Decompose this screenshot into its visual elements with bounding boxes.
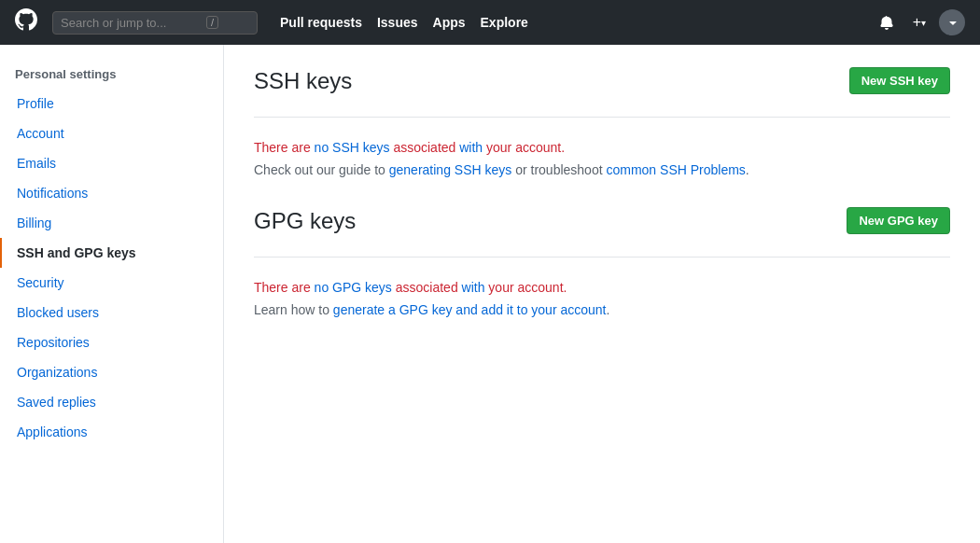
gpg-section-header: GPG keys New GPG key xyxy=(254,207,950,234)
github-logo[interactable] xyxy=(15,8,37,36)
ssh-no-keys-notice: There are no SSH keys associated with yo… xyxy=(254,140,950,155)
ssh-notice-with-link[interactable]: with xyxy=(459,140,483,155)
ssh-notice-no-link[interactable]: no SSH keys xyxy=(315,140,390,155)
main-content: SSH keys New SSH key There are no SSH ke… xyxy=(224,45,980,543)
new-ssh-key-button[interactable]: New SSH key xyxy=(849,67,950,94)
gpg-section-title: GPG keys xyxy=(254,208,356,234)
new-gpg-key-button[interactable]: New GPG key xyxy=(847,207,950,234)
topnav-explore[interactable]: Explore xyxy=(481,15,528,30)
slash-key: / xyxy=(206,16,218,29)
sidebar-item-repositories[interactable]: Repositories xyxy=(0,327,223,357)
gpg-learn-link[interactable]: generate a GPG key and add it to your ac… xyxy=(333,302,607,317)
gpg-learn-prefix: Learn how to xyxy=(254,302,333,317)
sidebar-item-applications[interactable]: Applications xyxy=(0,417,223,447)
topnav-issues[interactable]: Issues xyxy=(377,15,418,30)
search-input[interactable] xyxy=(61,16,201,30)
ssh-section-title: SSH keys xyxy=(254,68,352,94)
gpg-section-divider xyxy=(254,257,950,258)
gpg-keys-section: GPG keys New GPG key There are no GPG ke… xyxy=(254,207,950,317)
gpg-notice-with-link[interactable]: with xyxy=(462,280,485,295)
ssh-guide-suffix: . xyxy=(746,162,749,177)
sidebar-item-security[interactable]: Security xyxy=(0,268,223,298)
ssh-guide-link[interactable]: generating SSH keys xyxy=(389,162,512,177)
sidebar-item-account[interactable]: Account xyxy=(0,118,223,148)
sidebar-item-organizations[interactable]: Organizations xyxy=(0,357,223,387)
user-avatar[interactable] xyxy=(939,9,965,35)
topnav-pull-requests[interactable]: Pull requests xyxy=(280,15,362,30)
sidebar-heading: Personal settings xyxy=(0,60,223,89)
create-new-button[interactable]: + ▾ xyxy=(907,10,931,35)
sidebar-item-billing[interactable]: Billing xyxy=(0,208,223,238)
dropdown-arrow: ▾ xyxy=(921,18,926,28)
search-box[interactable]: / xyxy=(52,11,258,35)
ssh-section-divider xyxy=(254,117,950,118)
plus-icon: + xyxy=(913,14,921,31)
sidebar-item-ssh-gpg-keys[interactable]: SSH and GPG keys xyxy=(0,238,223,268)
gpg-notice-no-link[interactable]: no GPG keys xyxy=(315,280,392,295)
gpg-no-keys-notice: There are no GPG keys associated with yo… xyxy=(254,280,950,295)
gpg-notice-prefix: There are xyxy=(254,280,315,295)
sidebar-item-profile[interactable]: Profile xyxy=(0,89,223,118)
sidebar-item-emails[interactable]: Emails xyxy=(0,148,223,178)
topnav-apps[interactable]: Apps xyxy=(433,15,466,30)
ssh-notice-suffix: associated xyxy=(390,140,460,155)
ssh-guide-text: Check out our guide to generating SSH ke… xyxy=(254,162,950,177)
ssh-guide-middle: or troubleshoot xyxy=(511,162,606,177)
topnav-right: + ▾ xyxy=(874,9,965,35)
sidebar-item-notifications[interactable]: Notifications xyxy=(0,178,223,208)
topnav: / Pull requests Issues Apps Explore + ▾ xyxy=(0,0,980,45)
gpg-learn-suffix: . xyxy=(606,302,609,317)
sidebar-item-blocked-users[interactable]: Blocked users xyxy=(0,298,223,327)
page-layout: Personal settings Profile Account Emails… xyxy=(0,45,980,543)
ssh-guide-prefix: Check out our guide to xyxy=(254,162,389,177)
ssh-notice-end: your account. xyxy=(483,140,565,155)
gpg-notice-end: your account. xyxy=(484,280,567,295)
sidebar-item-saved-replies[interactable]: Saved replies xyxy=(0,387,223,417)
ssh-keys-section: SSH keys New SSH key There are no SSH ke… xyxy=(254,67,950,177)
notifications-bell[interactable] xyxy=(874,11,900,34)
ssh-notice-prefix: There are xyxy=(254,140,315,155)
sidebar: Personal settings Profile Account Emails… xyxy=(0,45,224,543)
ssh-problems-link[interactable]: common SSH Problems xyxy=(606,162,745,177)
gpg-learn-text: Learn how to generate a GPG key and add … xyxy=(254,302,950,317)
gpg-notice-suffix: associated xyxy=(392,280,462,295)
topnav-links: Pull requests Issues Apps Explore xyxy=(280,15,528,30)
ssh-section-header: SSH keys New SSH key xyxy=(254,67,950,94)
